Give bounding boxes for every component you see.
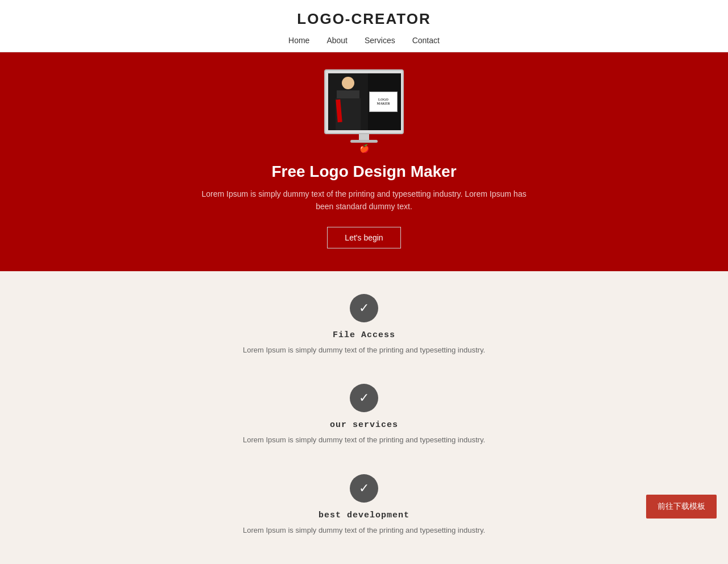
feature-item-2: ✓ best development Lorem Ipsum is simply…: [11, 474, 717, 536]
site-title: LOGO-CREATOR: [0, 10, 728, 28]
nav-about[interactable]: About: [326, 36, 348, 45]
feature-desc-1: Lorem Ipsum is simply dummy text of the …: [11, 434, 717, 446]
download-button[interactable]: 前往下载模板: [646, 495, 717, 519]
hero-cta-button[interactable]: Let's begin: [327, 227, 400, 248]
feature-icon-2: ✓: [350, 474, 378, 503]
feature-icon-0: ✓: [350, 294, 378, 322]
site-header: LOGO-CREATOR Home About Services Contact: [0, 0, 728, 52]
hero-image: LOGO MAKER 🍎: [324, 69, 404, 154]
hero-heading: Free Logo Design Maker: [11, 163, 717, 181]
feature-item-0: ✓ File Access Lorem Ipsum is simply dumm…: [11, 294, 717, 356]
nav-home[interactable]: Home: [288, 36, 309, 45]
feature-desc-0: Lorem Ipsum is simply dummy text of the …: [11, 345, 717, 356]
feature-title-0: File Access: [11, 330, 717, 340]
feature-desc-2: Lorem Ipsum is simply dummy text of the …: [11, 525, 717, 536]
nav-services[interactable]: Services: [365, 36, 395, 45]
download-button-container: 前往下载模板: [646, 495, 717, 519]
hero-section: LOGO MAKER 🍎 Free Logo Design Maker Lore…: [0, 52, 728, 271]
nav-contact[interactable]: Contact: [412, 36, 440, 45]
hero-description: Lorem Ipsum is simply dummy text of the …: [193, 188, 535, 213]
features-section: ✓ File Access Lorem Ipsum is simply dumm…: [0, 271, 728, 564]
feature-title-2: best development: [11, 511, 717, 520]
feature-title-1: our services: [11, 420, 717, 430]
main-nav: Home About Services Contact: [0, 36, 728, 52]
feature-item-1: ✓ our services Lorem Ipsum is simply dum…: [11, 384, 717, 446]
feature-icon-1: ✓: [350, 384, 378, 412]
